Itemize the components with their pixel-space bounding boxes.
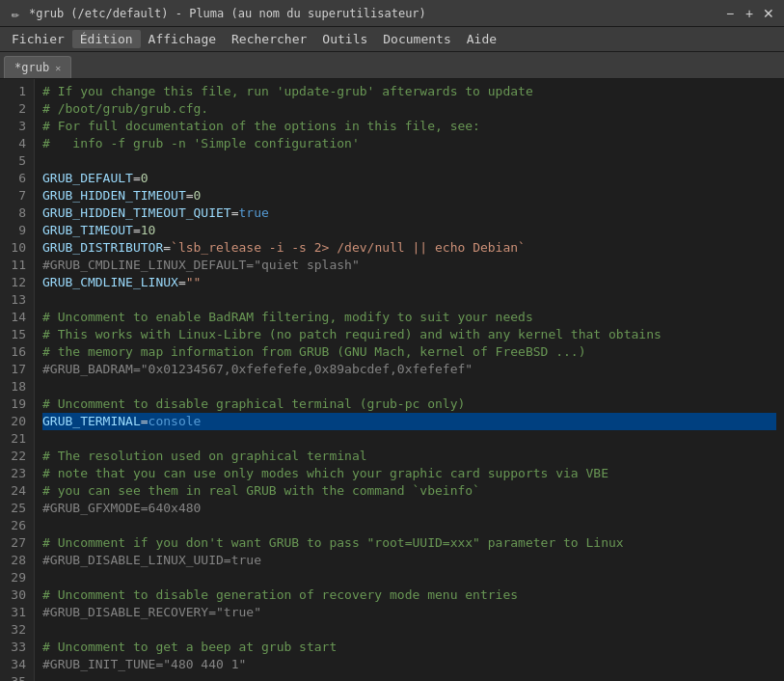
code-content[interactable]: # If you change this file, run 'update-g… (35, 79, 784, 681)
line-number: 27 (8, 534, 26, 552)
comment-text: # Uncomment to disable generation of rec… (42, 587, 518, 602)
comment-text: # The resolution used on graphical termi… (42, 449, 367, 463)
menu-outils[interactable]: Outils (314, 30, 375, 48)
disabled-line: #GRUB_INIT_TUNE="480 440 1" (42, 657, 246, 671)
tab-close-button[interactable]: ✕ (55, 63, 61, 73)
code-line: #GRUB_INIT_TUNE="480 440 1" (42, 656, 776, 673)
line-number: 4 (8, 135, 26, 152)
tab-label: *grub (14, 61, 49, 74)
code-line: GRUB_CMDLINE_LINUX="" (42, 274, 776, 291)
comment-text: # This works with Linux-Libre (no patch … (42, 327, 662, 341)
maximize-button[interactable]: + (742, 6, 757, 21)
config-key: GRUB_DEFAULT (42, 171, 133, 185)
menu-edition[interactable]: Édition (72, 30, 141, 48)
code-line: # If you change this file, run 'update-g… (42, 83, 776, 100)
comment-text: # you can see them in real GRUB with the… (42, 483, 480, 498)
line-number: 16 (8, 343, 26, 361)
line-number: 12 (8, 274, 26, 291)
menu-affichage[interactable]: Affichage (141, 30, 224, 48)
line-number: 24 (8, 482, 26, 500)
minimize-button[interactable]: − (722, 6, 738, 21)
menu-documents[interactable]: Documents (375, 30, 458, 48)
line-number: 21 (8, 430, 26, 448)
line-number: 8 (8, 204, 26, 222)
menu-fichier[interactable]: Fichier (4, 30, 72, 48)
code-line: # This works with Linux-Libre (no patch … (42, 326, 776, 343)
comment-text: # info -f grub -n 'Simple configuration' (42, 136, 360, 150)
comment-text: # Uncomment to disable graphical termina… (42, 396, 465, 411)
code-line: #GRUB_GFXMODE=640x480 (42, 500, 776, 517)
code-line: # /boot/grub/grub.cfg. (42, 100, 776, 118)
code-line: # The resolution used on graphical termi… (42, 448, 776, 465)
line-numbers: 1234567891011121314151617181920212223242… (0, 79, 35, 681)
line-number: 7 (8, 187, 26, 204)
disabled-line: #GRUB_DISABLE_LINUX_UUID=true (42, 553, 261, 567)
code-line: # Uncomment to disable graphical termina… (42, 395, 776, 413)
disabled-line: #GRUB_GFXMODE=640x480 (42, 501, 201, 515)
disabled-line: #GRUB_BADRAM="0x01234567,0xfefefefe,0x89… (42, 362, 473, 376)
code-line: # info -f grub -n 'Simple configuration' (42, 135, 776, 152)
code-line: #GRUB_BADRAM="0x01234567,0xfefefefe,0x89… (42, 361, 776, 378)
code-line: # the memory map information from GRUB (… (42, 343, 776, 361)
code-line (42, 430, 776, 448)
code-line: # you can see them in real GRUB with the… (42, 482, 776, 500)
line-number: 25 (8, 500, 26, 517)
line-number: 6 (8, 170, 26, 187)
line-number: 5 (8, 152, 26, 170)
code-line (42, 569, 776, 586)
line-number: 32 (8, 621, 26, 639)
close-button[interactable]: ✕ (761, 6, 776, 21)
line-number: 13 (8, 291, 26, 309)
config-key: GRUB_HIDDEN_TIMEOUT_QUIET (42, 205, 231, 220)
comment-text: # If you change this file, run 'update-g… (42, 84, 533, 98)
line-number: 28 (8, 552, 26, 569)
disabled-line: #GRUB_CMDLINE_LINUX_DEFAULT="quiet splas… (42, 258, 360, 272)
titlebar-controls: − + ✕ (722, 6, 776, 21)
config-key: GRUB_DISTRIBUTOR (42, 240, 163, 255)
code-line: GRUB_DEFAULT=0 (42, 170, 776, 187)
code-line: #GRUB_DISABLE_LINUX_UUID=true (42, 552, 776, 569)
line-number: 33 (8, 639, 26, 656)
comment-text: # For full documentation of the options … (42, 119, 480, 133)
line-number: 11 (8, 257, 26, 274)
code-line: #GRUB_DISABLE_RECOVERY="true" (42, 604, 776, 621)
code-line: GRUB_DISTRIBUTOR=`lsb_release -i -s 2> /… (42, 239, 776, 257)
disabled-line: #GRUB_DISABLE_RECOVERY="true" (42, 605, 261, 619)
config-key: GRUB_CMDLINE_LINUX (42, 275, 178, 289)
line-number: 31 (8, 604, 26, 621)
editor-area: 1234567891011121314151617181920212223242… (0, 79, 784, 681)
line-number: 18 (8, 378, 26, 395)
comment-text: # note that you can use only modes which… (42, 466, 608, 480)
code-line (42, 517, 776, 534)
line-number: 1 (8, 83, 26, 100)
code-line (42, 152, 776, 170)
menu-aide[interactable]: Aide (459, 30, 504, 48)
line-number: 23 (8, 465, 26, 482)
line-number: 35 (8, 673, 26, 681)
code-line: # Uncomment to disable generation of rec… (42, 586, 776, 604)
line-number: 15 (8, 326, 26, 343)
line-number: 19 (8, 395, 26, 413)
tabbar: *grub ✕ (0, 52, 784, 79)
code-line: # For full documentation of the options … (42, 118, 776, 135)
code-line: # Uncomment to get a beep at grub start (42, 639, 776, 656)
titlebar: ✏ *grub (/etc/default) - Pluma (au nom d… (0, 0, 784, 27)
line-number: 3 (8, 118, 26, 135)
line-number: 14 (8, 309, 26, 326)
config-key: GRUB_TIMEOUT (42, 223, 133, 237)
code-line (42, 673, 776, 681)
config-key: GRUB_TERMINAL (42, 414, 141, 428)
comment-text: # /boot/grub/grub.cfg. (42, 101, 208, 116)
comment-text: # the memory map information from GRUB (… (42, 344, 586, 359)
line-number: 2 (8, 100, 26, 118)
line-number: 22 (8, 448, 26, 465)
titlebar-title: *grub (/etc/default) - Pluma (au nom du … (29, 7, 426, 20)
menu-rechercher[interactable]: Rechercher (224, 30, 314, 48)
line-number: 30 (8, 586, 26, 604)
line-number: 9 (8, 222, 26, 239)
line-number: 26 (8, 517, 26, 534)
line-number: 10 (8, 239, 26, 257)
tab-grub[interactable]: *grub ✕ (4, 56, 71, 78)
code-line: # note that you can use only modes which… (42, 465, 776, 482)
line-number: 29 (8, 569, 26, 586)
